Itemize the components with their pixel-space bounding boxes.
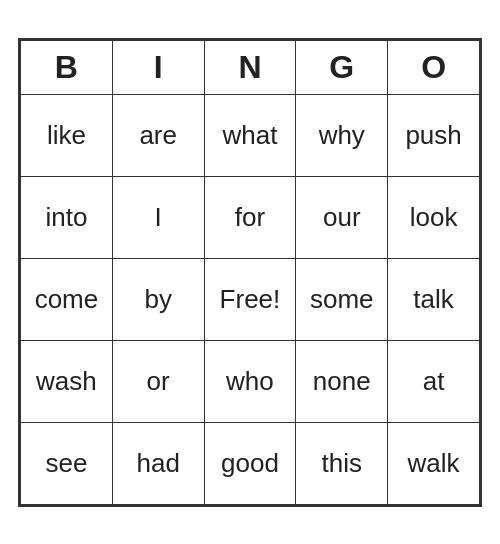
bingo-table: B I N G O likearewhatwhypushintoIforourl…: [20, 40, 480, 505]
table-row: comebyFree!sometalk: [21, 258, 480, 340]
table-row: likearewhatwhypush: [21, 94, 480, 176]
cell-r1-c4: look: [388, 176, 480, 258]
col-g: G: [296, 40, 388, 94]
header-row: B I N G O: [21, 40, 480, 94]
col-o: O: [388, 40, 480, 94]
cell-r3-c2: who: [204, 340, 296, 422]
cell-r3-c3: none: [296, 340, 388, 422]
col-i: I: [112, 40, 204, 94]
cell-r0-c3: why: [296, 94, 388, 176]
cell-r2-c3: some: [296, 258, 388, 340]
cell-r4-c1: had: [112, 422, 204, 504]
cell-r2-c1: by: [112, 258, 204, 340]
bingo-card: B I N G O likearewhatwhypushintoIforourl…: [18, 38, 482, 507]
table-row: intoIforourlook: [21, 176, 480, 258]
cell-r4-c3: this: [296, 422, 388, 504]
cell-r1-c0: into: [21, 176, 113, 258]
col-b: B: [21, 40, 113, 94]
cell-r0-c0: like: [21, 94, 113, 176]
table-row: washorwhononeat: [21, 340, 480, 422]
cell-r0-c4: push: [388, 94, 480, 176]
cell-r3-c0: wash: [21, 340, 113, 422]
table-row: seehadgoodthiswalk: [21, 422, 480, 504]
cell-r0-c1: are: [112, 94, 204, 176]
cell-r1-c2: for: [204, 176, 296, 258]
col-n: N: [204, 40, 296, 94]
cell-r4-c0: see: [21, 422, 113, 504]
cell-r1-c1: I: [112, 176, 204, 258]
cell-r2-c0: come: [21, 258, 113, 340]
cell-r4-c2: good: [204, 422, 296, 504]
bingo-body: likearewhatwhypushintoIforourlookcomebyF…: [21, 94, 480, 504]
cell-r2-c4: talk: [388, 258, 480, 340]
cell-r0-c2: what: [204, 94, 296, 176]
cell-r4-c4: walk: [388, 422, 480, 504]
cell-r3-c1: or: [112, 340, 204, 422]
cell-r1-c3: our: [296, 176, 388, 258]
cell-r3-c4: at: [388, 340, 480, 422]
cell-r2-c2: Free!: [204, 258, 296, 340]
